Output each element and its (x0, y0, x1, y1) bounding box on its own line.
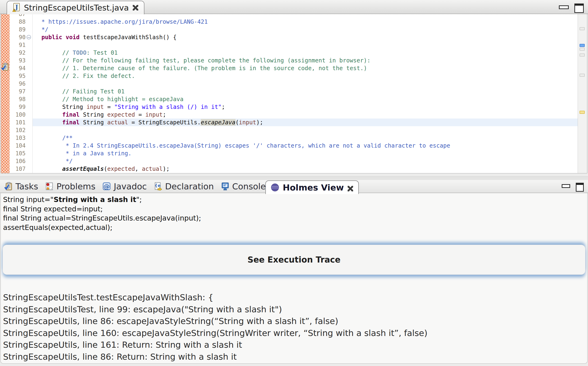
trace-line: StringEscapeUtils, line 161: Return: Str… (3, 339, 585, 351)
snippet-line: assertEquals(expected,actual); (3, 223, 585, 232)
holmes-view-content: String input="String with a slash it";fi… (0, 193, 588, 364)
ruler-marker-yellow[interactable] (580, 111, 585, 114)
holmes-code-snippet: String input="String with a slash it";fi… (3, 195, 585, 232)
tab-label: Javadoc (114, 182, 147, 191)
tab-javadoc[interactable]: @Javadoc (102, 182, 147, 191)
task-marker-icon[interactable] (1, 63, 9, 71)
code-area[interactable]: * * https://issues.apache.org/jira/brows… (33, 14, 578, 173)
code-line[interactable]: String input = "String with a slash (/) … (33, 103, 578, 111)
code-line[interactable] (33, 126, 578, 134)
code-line[interactable]: * (33, 14, 578, 18)
tab-tasks[interactable]: Tasks (4, 182, 38, 191)
execution-trace: StringEscapeUtilsTest.testEscapeJavaWith… (3, 292, 585, 363)
code-line[interactable]: // Failing Test 01 (33, 88, 578, 95)
line-number: 100 (10, 111, 32, 118)
editor-window-controls (559, 4, 584, 13)
tab-label: Problems (56, 182, 95, 191)
console-icon (221, 182, 229, 191)
editor-tab[interactable]: J! StringEscapeUtilsTest.java (7, 1, 144, 14)
overview-ruler[interactable] (578, 14, 587, 173)
code-line[interactable]: */ (33, 26, 578, 33)
bottom-view-part: TasksProblems@Javadoc{eDeclarationConsol… (0, 180, 588, 366)
ruler-marker-gray[interactable] (580, 53, 585, 57)
restore-icon[interactable] (576, 183, 584, 192)
trace-line: StringEscapeUtilsTest.testEscapeJavaWith… (3, 292, 585, 304)
tab-label: Declaration (165, 182, 214, 191)
line-number: 96 (10, 80, 32, 88)
maximize-icon[interactable] (574, 4, 584, 13)
trace-line: StringEscapeUtils, line 86: Return: Stri… (3, 351, 585, 363)
editor-body: 87888990−9192939495969798991001011021031… (1, 14, 587, 173)
svg-text:!: ! (14, 9, 15, 12)
code-line[interactable]: public void testEscapeJavaWithSlash() { (33, 33, 578, 41)
javadoc-icon: @ (102, 182, 111, 191)
ruler-marker-gray[interactable] (580, 48, 585, 51)
see-execution-trace-button[interactable]: See Execution Trace (3, 245, 585, 275)
code-line[interactable]: * In 2.4 StringEscapeUtils.escapeJava(St… (33, 142, 578, 149)
snippet-line: final String expected=input; (3, 204, 585, 214)
tab-holmes-view[interactable]: Holmes View (265, 180, 359, 194)
line-number: 87 (10, 14, 32, 18)
view-tab-bar: TasksProblems@Javadoc{eDeclarationConsol… (0, 180, 588, 193)
line-number: 95 (10, 72, 32, 80)
tab-label: Holmes View (283, 183, 344, 192)
ruler-marker-gray[interactable] (580, 27, 585, 30)
code-line[interactable] (33, 41, 578, 49)
tab-declaration[interactable]: {eDeclaration (154, 182, 214, 191)
code-line[interactable]: * https://issues.apache.org/jira/browse/… (33, 18, 578, 26)
code-line[interactable]: // TODO: Test 01 (33, 49, 578, 57)
sash-divider[interactable] (0, 176, 588, 180)
line-number: 92 (10, 49, 32, 57)
line-number: 104 (10, 142, 32, 149)
code-line[interactable]: final String expected = input; (33, 111, 578, 118)
line-number: 90− (10, 33, 32, 41)
declaration-icon: {e (154, 182, 162, 191)
editor-tab-bar: J! StringEscapeUtilsTest.java (0, 0, 588, 14)
holmes-icon (271, 183, 279, 192)
tab-label: Console (232, 182, 266, 191)
code-line[interactable]: // For the following failing test, pleas… (33, 57, 578, 64)
line-number: 102 (10, 126, 32, 134)
trace-line: StringEscapeUtilsTest, line 99: escapeJa… (3, 304, 585, 316)
code-line[interactable]: * in a Java string. (33, 149, 578, 157)
code-line[interactable]: final String actual = StringEscapeUtils.… (33, 118, 578, 126)
line-number-gutter: 87888990−9192939495969798991001011021031… (10, 14, 33, 173)
code-line[interactable]: assertEquals(expected, actual); (33, 165, 578, 173)
tab-console[interactable]: Console (221, 182, 266, 191)
code-line[interactable]: */ (33, 157, 578, 165)
java-file-icon: J! (12, 3, 21, 13)
line-number: 103 (10, 134, 32, 142)
ruler-marker-blue[interactable] (580, 44, 585, 47)
coverage-gutter (1, 14, 10, 173)
line-number: 88 (10, 18, 32, 26)
tab-label: Tasks (16, 182, 38, 191)
tab-problems[interactable]: Problems (45, 182, 95, 191)
minimize-icon[interactable] (562, 184, 570, 188)
line-number: 91 (10, 41, 32, 49)
code-line[interactable]: // 2. Fix the defect. (33, 72, 578, 80)
ruler-marker-gray[interactable] (580, 74, 585, 77)
svg-text:{e: {e (155, 183, 160, 188)
line-number: 94 (10, 64, 32, 72)
fold-collapse-icon[interactable]: − (27, 35, 31, 39)
close-tab-icon[interactable] (132, 4, 139, 11)
line-number: 98 (10, 95, 32, 103)
minimize-icon[interactable] (559, 5, 569, 9)
close-tab-icon[interactable] (347, 184, 354, 191)
line-number: 99 (10, 103, 32, 111)
problems-icon (45, 182, 54, 191)
code-line[interactable]: /** (33, 134, 578, 142)
code-line[interactable]: // Method to highlight = escapeJava (33, 95, 578, 103)
eclipse-window: J! StringEscapeUtilsTest.java 87888990−9… (0, 0, 588, 366)
snippet-line: final String actual=StringEscapeUtils.es… (3, 214, 585, 223)
editor-tab-title: StringEscapeUtilsTest.java (24, 3, 129, 12)
line-number: 93 (10, 57, 32, 64)
line-number: 105 (10, 149, 32, 157)
editor-part: J! StringEscapeUtilsTest.java 87888990−9… (0, 0, 588, 176)
line-number: 101 (10, 118, 32, 126)
code-line[interactable]: // 1. Determine cause of the failure. (T… (33, 64, 578, 72)
view-window-controls (562, 183, 584, 192)
snippet-line: String input="String with a slash it"; (3, 195, 585, 204)
line-number: 97 (10, 88, 32, 95)
code-line[interactable] (33, 80, 578, 88)
